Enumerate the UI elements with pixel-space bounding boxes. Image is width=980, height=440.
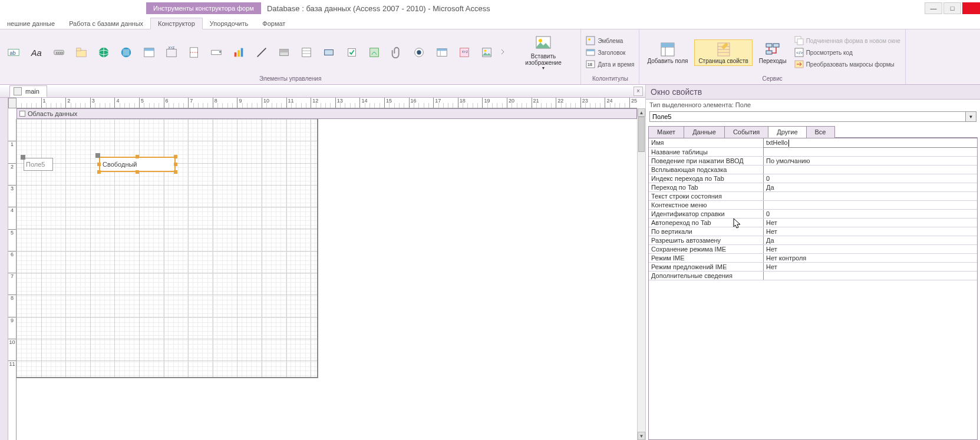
property-row[interactable]: По вертикалиНет [649, 227, 977, 236]
label-control-icon[interactable]: Aa [26, 42, 46, 63]
scroll-down-icon[interactable]: ▼ [638, 432, 645, 440]
selection-handle-icon[interactable] [174, 170, 177, 174]
ribbon-tab-external-data[interactable]: нешние данные [0, 18, 62, 29]
vertical-scrollbar[interactable]: ▲ ▼ [637, 108, 645, 440]
ribbon-tab-arrange[interactable]: Упорядочить [203, 18, 255, 29]
scroll-up-icon[interactable]: ▲ [638, 108, 645, 117]
property-value[interactable]: txtHello [764, 138, 977, 147]
combobox-control-icon[interactable] [206, 42, 226, 63]
selection-handle-icon[interactable] [97, 163, 101, 166]
horizontal-ruler[interactable]: 1234567891011121314151617181920212223242… [17, 98, 637, 108]
ribbon-tab-format[interactable]: Формат [255, 18, 292, 29]
image-control-icon[interactable] [477, 42, 497, 63]
chart-control-icon[interactable] [229, 42, 249, 63]
property-tab-data[interactable]: Данные [684, 126, 725, 138]
record-selector-gutter[interactable] [0, 98, 8, 440]
selection-handle-icon[interactable] [95, 153, 100, 158]
optionbutton-control-icon[interactable] [409, 42, 429, 63]
line-control-icon[interactable] [252, 42, 272, 63]
rectangle-control-icon[interactable] [319, 42, 339, 63]
tab-order-button[interactable]: Переходы [755, 39, 791, 66]
scroll-thumb[interactable] [638, 117, 645, 152]
property-row[interactable]: Сохранение режима IMEНет [649, 245, 977, 254]
property-value[interactable] [764, 148, 977, 156]
dropdown-icon[interactable]: ▼ [966, 111, 976, 122]
convert-macros-button[interactable]: Преобразовать макросы формы [793, 59, 902, 70]
property-value[interactable]: Нет контроля [764, 254, 977, 262]
button-control-icon[interactable]: xxxx [48, 42, 68, 63]
minimize-button[interactable]: — [925, 2, 942, 14]
attachment-control-icon[interactable] [387, 42, 407, 63]
property-value[interactable]: 0 [764, 210, 977, 218]
subform-control-icon[interactable] [431, 42, 451, 63]
property-row[interactable]: Контекстное меню [649, 201, 977, 210]
property-tab-events[interactable]: События [724, 126, 768, 138]
property-row[interactable]: Название таблицы [649, 148, 977, 157]
property-value[interactable] [764, 166, 977, 174]
property-value[interactable]: Да [764, 183, 977, 191]
boundobject-control-icon[interactable]: XYZ [454, 42, 474, 63]
property-row[interactable]: Индекс перехода по Tab0 [649, 174, 977, 183]
property-object-selector[interactable]: ▼ [649, 111, 976, 122]
property-row[interactable]: Разрешить автозаменуДа [649, 236, 977, 245]
property-value[interactable] [764, 272, 977, 280]
selection-handle-icon[interactable] [136, 155, 139, 158]
label-control-pole5[interactable]: Поле5 [24, 158, 53, 171]
selection-handle-icon[interactable] [21, 155, 25, 160]
document-tab-main[interactable]: main [9, 85, 47, 97]
webbrowser-control-icon[interactable] [116, 42, 136, 63]
property-tab-all[interactable]: Все [806, 126, 835, 138]
document-tab-close-icon[interactable]: × [633, 87, 643, 96]
property-grid[interactable]: ИмяtxtHelloНазвание таблицыПоведение при… [648, 138, 978, 440]
form-detail-area[interactable]: Поле5 Свободный [17, 119, 318, 378]
property-value[interactable]: 0 [764, 174, 977, 183]
property-value[interactable]: Нет [764, 227, 977, 236]
property-object-selector-input[interactable] [649, 111, 966, 122]
property-row[interactable]: ИмяtxtHello [649, 138, 977, 148]
hyperlink-control-icon[interactable] [94, 42, 114, 63]
property-value[interactable]: Нет [764, 263, 977, 271]
property-value[interactable]: Нет [764, 245, 977, 253]
controls-gallery-more-icon[interactable] [499, 42, 507, 63]
checkbox-control-icon[interactable] [342, 42, 362, 63]
listbox-control-icon[interactable] [296, 42, 316, 63]
section-selector-icon[interactable] [19, 111, 25, 117]
property-sheet-button[interactable]: Страница свойств [694, 39, 752, 66]
ruler-corner[interactable] [8, 98, 17, 108]
close-button[interactable] [962, 2, 980, 14]
selection-handle-icon[interactable] [136, 170, 139, 174]
ribbon-tab-design[interactable]: Конструктор [150, 18, 203, 29]
view-code-button[interactable]: </>Просмотреть код [793, 47, 902, 58]
property-tab-other[interactable]: Другие [768, 126, 806, 138]
pagebreak-control-icon[interactable] [184, 42, 204, 63]
vertical-ruler[interactable]: 1234567891011 [8, 119, 17, 440]
togglebutton-control-icon[interactable] [274, 42, 294, 63]
property-row[interactable]: Текст строки состояния [649, 192, 977, 201]
selection-handle-icon[interactable] [174, 163, 177, 166]
design-grid[interactable]: Поле5 Свободный [17, 119, 637, 440]
property-value[interactable] [764, 201, 977, 209]
property-row[interactable]: Всплывающая подсказка [649, 166, 977, 174]
textbox-control-icon[interactable]: ab [4, 42, 24, 63]
selection-handle-icon[interactable] [97, 170, 101, 174]
add-fields-button[interactable]: Добавить поля [643, 39, 692, 66]
property-value[interactable] [764, 192, 977, 200]
property-value[interactable]: Нет [764, 219, 977, 227]
logo-button[interactable]: Эмблема [585, 35, 635, 46]
ribbon-tab-database-tools[interactable]: Работа с базами данных [62, 18, 150, 29]
design-surface[interactable]: 1234567891011121314151617181920212223242… [0, 98, 645, 440]
insert-image-button[interactable]: Вставить изображение ▾ [510, 32, 578, 73]
datetime-button[interactable]: 18Дата и время [585, 59, 635, 70]
tab-control-icon[interactable] [71, 42, 91, 63]
property-row[interactable]: Идентификатор справки0 [649, 210, 977, 219]
property-row[interactable]: Дополнительные сведения [649, 272, 977, 280]
selection-handle-icon[interactable] [174, 155, 177, 158]
property-row[interactable]: Поведение при нажатии ВВОДПо умолчанию [649, 157, 977, 166]
property-tab-layout[interactable]: Макет [648, 126, 684, 138]
optiongroup-control-icon[interactable]: XYZ [161, 42, 182, 63]
textbox-control-pole5[interactable]: Свободный [99, 157, 176, 172]
property-row[interactable]: Переход по TabДа [649, 183, 977, 192]
property-row[interactable]: Режим предложений IMEНет [649, 263, 977, 272]
property-row[interactable]: Режим IMEНет контроля [649, 254, 977, 263]
navigation-control-icon[interactable] [138, 42, 159, 63]
